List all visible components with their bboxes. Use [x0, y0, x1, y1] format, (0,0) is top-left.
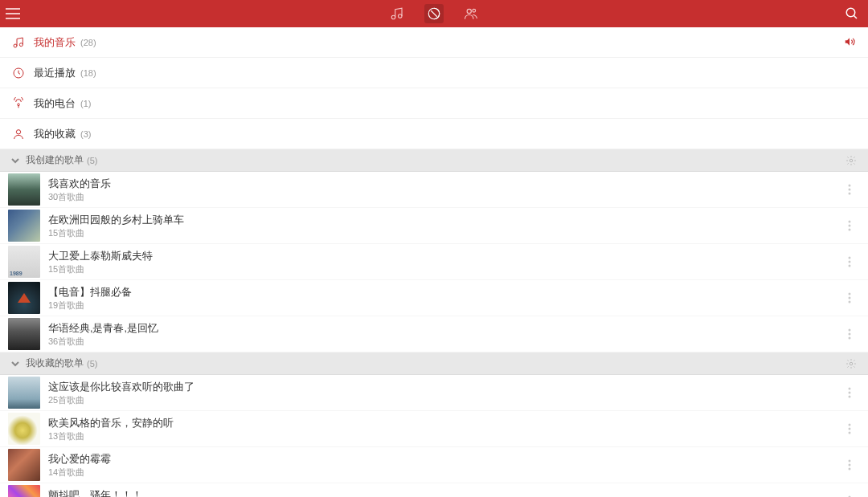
playlist-name: 华语经典,是青春,是回忆 [48, 321, 842, 336]
playlist-name: 我喜欢的音乐 [48, 177, 842, 191]
nav-count: (1) [80, 99, 91, 108]
nav-count: (28) [80, 38, 96, 47]
nav-icon [11, 66, 26, 80]
svg-point-11 [19, 43, 23, 46]
svg-point-8 [846, 8, 855, 17]
nav-row-1[interactable]: 最近播放 (18) [0, 58, 868, 88]
svg-point-24 [849, 261, 851, 263]
section-header-fav[interactable]: 我收藏的歌单 (5) [0, 352, 868, 375]
more-icon[interactable] [842, 255, 857, 269]
playlist-row[interactable]: 颤抖吧，骚年！！！ 19首歌曲 [0, 483, 868, 497]
playlist-row[interactable]: 大卫爱上泰勒斯威夫特 15首歌曲 [0, 244, 868, 280]
playlist-row[interactable]: 华语经典,是青春,是回忆 36首歌曲 [0, 316, 868, 352]
playlist-text: 我心爱的霉霉 14首歌曲 [48, 452, 842, 478]
nav-label: 我的电台 [34, 96, 76, 111]
more-icon[interactable] [842, 385, 857, 400]
nav-label: 我的音乐 [34, 35, 76, 50]
svg-point-25 [849, 265, 851, 267]
svg-point-21 [849, 225, 851, 227]
nav-label: 我的收藏 [34, 127, 76, 141]
svg-point-28 [849, 301, 851, 303]
svg-point-38 [849, 432, 851, 434]
svg-point-41 [849, 468, 851, 471]
svg-point-18 [849, 189, 851, 191]
section-title: 我收藏的歌单 [26, 356, 84, 370]
gear-icon[interactable] [845, 358, 857, 369]
svg-point-6 [467, 9, 471, 13]
svg-point-26 [849, 293, 851, 295]
playlist-thumb [8, 210, 40, 242]
nav-icon [11, 35, 26, 50]
playlist-thumb [8, 173, 40, 206]
svg-point-33 [849, 388, 851, 390]
more-icon[interactable] [842, 182, 857, 197]
svg-point-22 [849, 229, 851, 231]
playlist-row[interactable]: 【电音】抖腿必备 19首歌曲 [0, 280, 868, 316]
more-icon[interactable] [842, 218, 857, 233]
menu-button[interactable] [0, 0, 26, 27]
chevron-down-icon [11, 360, 19, 368]
svg-point-34 [849, 392, 851, 394]
search-button[interactable] [841, 0, 863, 27]
playlist-name: 这应该是你比较喜欢听的歌曲了 [48, 380, 842, 394]
tab-friends[interactable] [461, 4, 481, 23]
section-header-created[interactable]: 我创建的歌单 (5) [0, 149, 868, 172]
playlist-row[interactable]: 这应该是你比较喜欢听的歌曲了 25首歌曲 [0, 375, 868, 411]
playlist-thumb [8, 246, 40, 278]
playlist-row[interactable]: 我喜欢的音乐 30首歌曲 [0, 172, 868, 208]
svg-rect-1 [6, 13, 20, 14]
svg-point-31 [849, 337, 851, 340]
svg-point-37 [849, 428, 851, 430]
more-icon[interactable] [842, 422, 857, 436]
speaker-icon [844, 36, 857, 49]
gear-icon[interactable] [845, 155, 857, 166]
playlist-text: 在欧洲田园般的乡村上骑单车 15首歌曲 [48, 213, 842, 238]
svg-point-16 [850, 159, 853, 162]
svg-point-7 [473, 9, 476, 12]
svg-point-23 [849, 257, 851, 259]
playlist-name: 大卫爱上泰勒斯威夫特 [48, 249, 842, 263]
nav-label: 最近播放 [34, 66, 76, 80]
nav-row-2[interactable]: 我的电台 (1) [0, 88, 868, 119]
svg-point-32 [850, 362, 853, 365]
playlist-name: 我心爱的霉霉 [48, 452, 842, 466]
playlist-text: 大卫爱上泰勒斯威夫特 15首歌曲 [48, 249, 842, 275]
playlist-row[interactable]: 在欧洲田园般的乡村上骑单车 15首歌曲 [0, 208, 868, 244]
playlist-sub: 25首歌曲 [48, 394, 842, 405]
nav-row-3[interactable]: 我的收藏 (3) [0, 119, 868, 149]
tab-discover[interactable] [424, 4, 444, 23]
nav-count: (3) [80, 129, 91, 139]
playlist-sub: 36首歌曲 [48, 336, 842, 347]
svg-point-15 [16, 129, 20, 133]
playlist-thumb [8, 377, 40, 409]
svg-point-27 [849, 297, 851, 299]
section-count: (5) [87, 359, 97, 369]
tab-music[interactable] [387, 4, 407, 23]
playlist-row[interactable]: 我心爱的霉霉 14首歌曲 [0, 447, 868, 483]
svg-rect-2 [6, 18, 20, 19]
playlist-name: 【电音】抖腿必备 [48, 285, 842, 299]
playlist-name: 在欧洲田园般的乡村上骑单车 [48, 213, 842, 227]
playlist-sub: 19首歌曲 [48, 299, 842, 311]
nav-count: (18) [80, 68, 96, 78]
playlist-row[interactable]: 欧美风格的音乐，安静的听 13首歌曲 [0, 411, 868, 447]
more-icon[interactable] [842, 458, 857, 472]
svg-point-17 [849, 185, 851, 187]
more-icon[interactable] [842, 327, 857, 341]
playlist-text: 【电音】抖腿必备 19首歌曲 [48, 285, 842, 311]
svg-point-19 [849, 193, 851, 195]
playlist-text: 华语经典,是青春,是回忆 36首歌曲 [48, 321, 842, 347]
topbar [0, 0, 868, 27]
more-icon[interactable] [842, 494, 857, 497]
playlist-thumb [8, 449, 40, 481]
more-icon[interactable] [842, 291, 857, 305]
playlist-sub: 13首歌曲 [48, 430, 842, 442]
nav-row-0[interactable]: 我的音乐 (28) [0, 27, 868, 58]
playlist-name: 颤抖吧，骚年！！！ [48, 488, 842, 497]
playlist-sub: 15首歌曲 [48, 263, 842, 275]
playlist-sub: 14首歌曲 [48, 466, 842, 478]
playlist-thumb [8, 413, 40, 445]
playlist-thumb [8, 318, 40, 350]
svg-point-36 [849, 424, 851, 426]
playlist-thumb [8, 485, 40, 497]
